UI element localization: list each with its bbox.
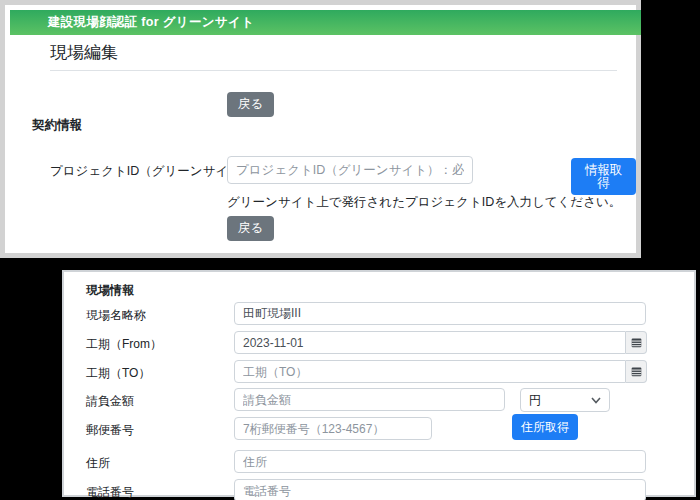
site-edit-window: 建設現場顔認証 for グリーンサイト 現場編集 戻る 契約情報 プロジェクトI… [0, 0, 641, 258]
project-id-input[interactable] [227, 156, 473, 184]
contract-info-section-title: 契約情報 [32, 117, 82, 134]
address-label: 住所 [86, 455, 110, 472]
chevron-down-icon [591, 397, 601, 404]
period-from-label: 工期（From） [86, 336, 162, 353]
calendar-icon [631, 337, 642, 348]
site-info-section-title: 現場情報 [86, 282, 134, 299]
fetch-address-button[interactable]: 住所取得 [512, 414, 578, 440]
address-input[interactable] [234, 450, 646, 473]
postal-code-input[interactable] [234, 417, 432, 440]
app-title: 建設現場顔認証 for グリーンサイト [48, 14, 254, 31]
period-to-input[interactable] [234, 360, 626, 383]
site-info-window: 現場情報 現場名略称 工期（From） 工期（TO） [62, 270, 696, 497]
app-header-bar: 建設現場顔認証 for グリーンサイト [10, 10, 641, 35]
calendar-icon [631, 366, 642, 377]
page-title: 現場編集 [50, 41, 617, 71]
period-from-input[interactable] [234, 331, 626, 354]
site-name-input[interactable] [234, 302, 646, 325]
site-name-label: 現場名略称 [86, 307, 146, 324]
period-to-label: 工期（TO） [86, 365, 150, 382]
period-from-calendar-button[interactable] [626, 331, 647, 354]
project-id-label: プロジェクトID（グリーンサイト） [50, 163, 254, 180]
phone-number-label: 電話番号 [86, 484, 134, 500]
back-button-bottom[interactable]: 戻る [227, 216, 274, 241]
contract-amount-input[interactable] [234, 388, 505, 411]
period-to-calendar-button[interactable] [626, 360, 647, 383]
project-id-help-text: グリーンサイト上で発行されたプロジェクトIDを入力してください。 [227, 194, 621, 211]
back-button-top[interactable]: 戻る [227, 92, 274, 117]
currency-selected-value: 円 [529, 392, 541, 409]
fetch-info-button[interactable]: 情報取得 [571, 158, 636, 195]
phone-number-input[interactable] [234, 479, 646, 500]
contract-amount-label: 請負金額 [86, 393, 134, 410]
postal-code-label: 郵便番号 [86, 422, 134, 439]
currency-select[interactable]: 円 [520, 388, 610, 412]
